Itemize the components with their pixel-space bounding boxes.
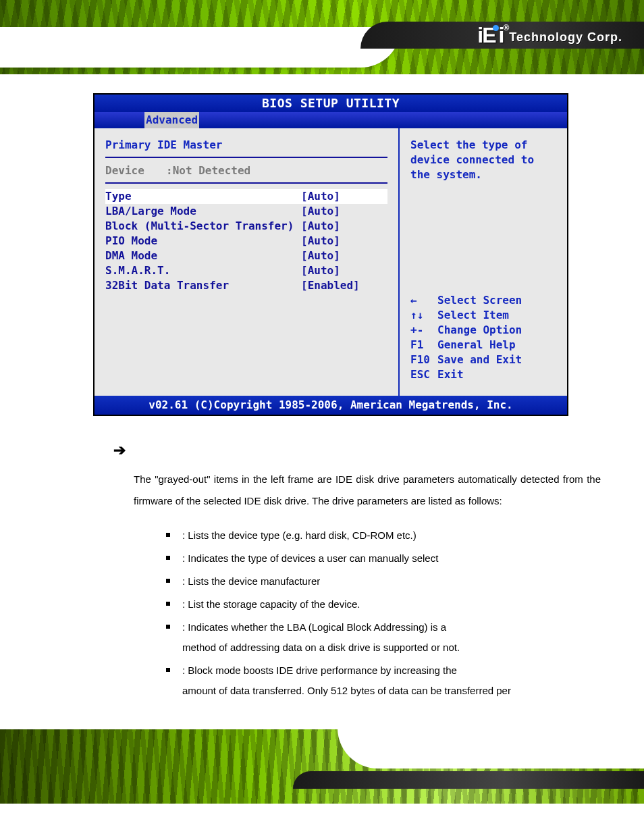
bios-option-block[interactable]: Block (Multi-Sector Transfer) [Auto] xyxy=(105,219,387,234)
key-action: Exit xyxy=(437,368,464,381)
list-item: : Indicates the type of devices a user c… xyxy=(166,547,601,570)
key-row: ←Select Screen xyxy=(410,293,559,308)
bottom-banner-white-curve xyxy=(338,729,644,768)
list-item: : Lists the device type (e.g. hard disk,… xyxy=(166,524,601,547)
arrow-icon: ➔ xyxy=(113,442,601,459)
bottom-banner-dark-bar xyxy=(293,771,644,789)
bios-footer: v02.61 (C)Copyright 1985-2006, American … xyxy=(95,396,567,415)
list-text-cont: amount of data transferred. Only 512 byt… xyxy=(182,683,601,699)
bios-option-smart[interactable]: S.M.A.R.T. [Auto] xyxy=(105,263,387,278)
bios-option-dma[interactable]: DMA Mode [Auto] xyxy=(105,249,387,263)
bios-tab-row: Advanced xyxy=(95,112,567,128)
brand-logo: iEi®Technology Corp. xyxy=(477,23,622,48)
bios-title-bar: BIOS SETUP UTILITY xyxy=(95,95,567,112)
list-text: : List the storage capacity of the devic… xyxy=(182,598,360,610)
option-label: 32Bit Data Transfer xyxy=(105,278,301,293)
key-row: +-Change Option xyxy=(410,323,559,338)
list-item: : Indicates whether the LBA (Logical Blo… xyxy=(166,616,601,659)
divider xyxy=(105,157,387,158)
key-glyph: F10 xyxy=(410,353,437,367)
option-value: [Auto] xyxy=(301,204,340,219)
bottom-banner xyxy=(0,729,644,804)
key-row: F1General Help xyxy=(410,338,559,353)
option-value: [Auto] xyxy=(301,189,340,204)
bios-body: Primary IDE Master Device :Not Detected … xyxy=(95,128,567,396)
bios-device-row: Device :Not Detected xyxy=(105,163,387,178)
key-glyph: +- xyxy=(410,323,437,338)
document-body: ➔ The "grayed-out" items in the left fra… xyxy=(93,442,601,702)
bios-window: BIOS SETUP UTILITY Advanced Primary IDE … xyxy=(93,93,568,416)
key-action: Select Item xyxy=(437,309,509,321)
bios-right-pane: Select the type of device connected to t… xyxy=(400,128,567,396)
bios-left-pane: Primary IDE Master Device :Not Detected … xyxy=(95,128,400,396)
bios-option-type[interactable]: Type [Auto] xyxy=(105,189,387,204)
key-row: F10Save and Exit xyxy=(410,353,559,367)
bios-key-legend: ←Select Screen ↑↓Select Item +-Change Op… xyxy=(410,293,559,382)
option-value: [Enabled] xyxy=(301,278,360,293)
bios-help-text: Select the type of device connected to t… xyxy=(410,138,559,293)
key-action: Select Screen xyxy=(437,294,522,307)
list-text: : Indicates the type of devices a user c… xyxy=(182,552,438,564)
list-text: : Block mode boosts IDE drive performanc… xyxy=(182,664,457,676)
bios-option-lba[interactable]: LBA/Large Mode [Auto] xyxy=(105,204,387,219)
key-row: ↑↓Select Item xyxy=(410,308,559,323)
list-text: : Lists the device type (e.g. hard disk,… xyxy=(182,529,417,541)
list-text: : Lists the device manufacturer xyxy=(182,575,320,587)
key-action: General Help xyxy=(437,338,516,351)
option-label: DMA Mode xyxy=(105,249,301,263)
option-label: PIO Mode xyxy=(105,234,301,249)
bios-section-heading: Primary IDE Master xyxy=(105,138,387,153)
list-text: : Indicates whether the LBA (Logical Blo… xyxy=(182,621,446,633)
top-banner: iEi®Technology Corp. xyxy=(0,0,644,74)
key-glyph: ESC xyxy=(410,367,437,382)
top-banner-white-curve xyxy=(0,27,401,68)
option-label: S.M.A.R.T. xyxy=(105,263,301,278)
brand-tagline: Technology Corp. xyxy=(509,30,622,44)
option-value: [Auto] xyxy=(301,234,340,249)
list-item: : List the storage capacity of the devic… xyxy=(166,593,601,616)
key-glyph: F1 xyxy=(410,338,437,353)
bios-option-pio[interactable]: PIO Mode [Auto] xyxy=(105,234,387,249)
bios-option-32bit[interactable]: 32Bit Data Transfer [Enabled] xyxy=(105,278,387,293)
list-item: : Block mode boosts IDE drive performanc… xyxy=(166,659,601,702)
bios-tab-advanced[interactable]: Advanced xyxy=(144,112,199,128)
brand-registered: ® xyxy=(503,23,509,32)
option-label: LBA/Large Mode xyxy=(105,204,301,219)
option-label: Type xyxy=(105,189,301,204)
divider xyxy=(105,182,387,184)
key-action: Save and Exit xyxy=(437,353,522,366)
option-value: [Auto] xyxy=(301,249,340,263)
key-glyph: ← xyxy=(410,293,437,308)
option-value: [Auto] xyxy=(301,263,340,278)
option-label: Block (Multi-Sector Transfer) xyxy=(105,219,301,234)
key-action: Change Option xyxy=(437,323,522,336)
list-item: : Lists the device manufacturer xyxy=(166,570,601,593)
brand-dot-icon xyxy=(493,25,499,31)
key-row: ESCExit xyxy=(410,367,559,382)
key-glyph: ↑↓ xyxy=(410,308,437,323)
bios-device-value: :Not Detected xyxy=(166,163,250,178)
list-text-cont: method of addressing data on a disk driv… xyxy=(182,640,601,656)
intro-paragraph: The "grayed-out" items in the left frame… xyxy=(134,469,601,512)
bios-device-label: Device xyxy=(105,163,166,178)
parameter-list: : Lists the device type (e.g. hard disk,… xyxy=(166,524,601,702)
option-value: [Auto] xyxy=(301,219,340,234)
